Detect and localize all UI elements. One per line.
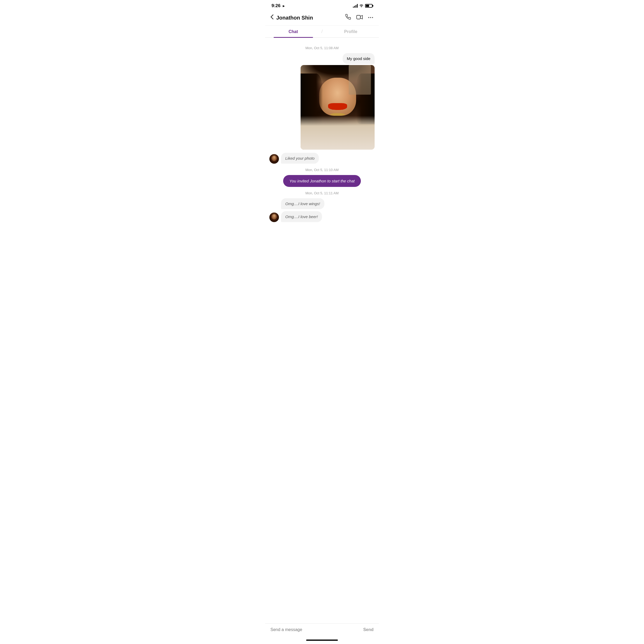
- location-icon: ►: [282, 4, 286, 8]
- back-button[interactable]: [270, 13, 276, 22]
- wifi-icon: [359, 4, 364, 8]
- system-bubble: You invited Jonathon to start the chat: [283, 175, 361, 187]
- message-beer: Omg....I love beer!: [269, 211, 375, 222]
- status-bar: 9:26 ►: [265, 0, 379, 11]
- system-message: You invited Jonathon to start the chat: [269, 175, 375, 187]
- timestamp-2: Mon, Oct 5, 11:10 AM: [269, 168, 375, 172]
- video-icon[interactable]: [356, 14, 363, 21]
- timestamp-1: Mon, Oct 5, 11:08 AM: [269, 46, 375, 50]
- message-outgoing-text: My good side: [269, 53, 375, 151]
- battery-icon: [365, 4, 372, 8]
- chat-header: Jonathon Shin ···: [265, 11, 379, 26]
- avatar: [269, 154, 279, 164]
- message-wings: Omg....I love wings!: [269, 198, 375, 209]
- time-label: 9:26: [272, 3, 280, 8]
- signal-bars: [353, 4, 358, 8]
- message-incoming-liked: Liked your photo: [269, 153, 375, 164]
- tab-chat[interactable]: Chat: [265, 26, 321, 37]
- message-input[interactable]: [270, 627, 360, 632]
- message-bubble: My good side: [343, 53, 375, 64]
- chat-area: Mon, Oct 5, 11:08 AM My good side: [265, 38, 379, 623]
- home-bar: [306, 640, 338, 641]
- tab-profile[interactable]: Profile: [323, 26, 379, 37]
- message-photo[interactable]: [301, 65, 375, 150]
- message-bubble-wings: Omg....I love wings!: [281, 198, 324, 209]
- phone-icon[interactable]: [345, 14, 351, 21]
- tabs-bar: Chat / Profile: [265, 26, 379, 38]
- message-input-area: Send: [265, 623, 379, 637]
- header-actions: ···: [345, 14, 374, 21]
- status-icons: [353, 4, 372, 8]
- avatar-beer: [269, 213, 279, 222]
- message-bubble-beer: Omg....I love beer!: [281, 211, 322, 222]
- svg-rect-0: [357, 15, 360, 19]
- contact-name: Jonathon Shin: [276, 15, 345, 21]
- home-indicator: [265, 637, 379, 644]
- message-bubble-in: Liked your photo: [281, 153, 319, 164]
- timestamp-3: Mon, Oct 5, 11:11 AM: [269, 191, 375, 195]
- more-icon[interactable]: ···: [368, 14, 374, 21]
- send-button[interactable]: Send: [363, 627, 374, 632]
- status-time: 9:26 ►: [272, 3, 286, 8]
- svg-marker-1: [360, 15, 362, 19]
